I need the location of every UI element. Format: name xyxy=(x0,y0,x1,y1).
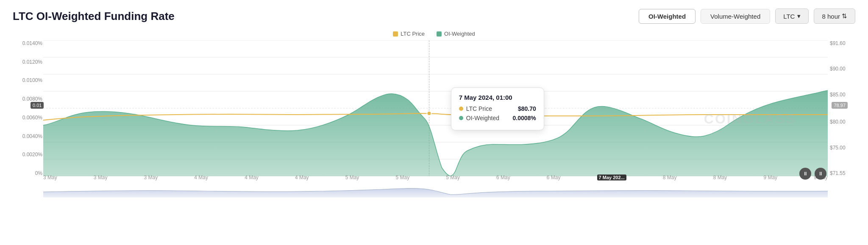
main-chart-svg xyxy=(43,40,828,176)
tab-volume-weighted[interactable]: Volume-Weighted xyxy=(701,9,770,24)
pause-button-2[interactable]: ⏸ xyxy=(815,168,826,180)
header: LTC OI-Weighted Funding Rate OI-Weighted… xyxy=(13,8,855,24)
left-price-badge: 0.01 xyxy=(31,102,44,109)
legend-ltc-price: LTC Price xyxy=(393,31,425,37)
tooltip-row-ltc: LTC Price $80.70 xyxy=(459,105,536,112)
x-axis: 3 May 3 May 3 May 4 May 4 May 4 May 5 Ma… xyxy=(43,175,828,180)
tooltip-title: 7 May 2024, 01:00 xyxy=(459,94,536,101)
tooltip-row-oi: OI-Weighted 0.0008% xyxy=(459,115,536,121)
tooltip-oi-dot xyxy=(459,116,463,120)
playback-controls: ⏸ ⏸ xyxy=(799,168,826,180)
controls: OI-Weighted Volume-Weighted LTC ▾ 8 hour… xyxy=(639,8,855,24)
legend-oi-weighted-dot xyxy=(437,31,442,37)
right-price-badge: 78.97 xyxy=(832,102,848,109)
tab-oi-weighted[interactable]: OI-Weighted xyxy=(639,9,696,24)
mini-navigator-chart[interactable] xyxy=(43,183,828,197)
chart-tooltip: 7 May 2024, 01:00 LTC Price $80.70 OI-We… xyxy=(451,87,544,130)
main-container: LTC OI-Weighted Funding Rate OI-Weighted… xyxy=(0,0,868,245)
chart-area: LTC Price OI-Weighted 0.0140% 0.0120% 0.… xyxy=(13,31,855,213)
legend: LTC Price OI-Weighted xyxy=(13,31,855,37)
chart-wrapper: 0.0140% 0.0120% 0.0100% 0.0080% 0.0060% … xyxy=(13,40,855,197)
tooltip-ltc-dot xyxy=(459,107,463,111)
legend-oi-weighted: OI-Weighted xyxy=(437,31,475,37)
asset-selector[interactable]: LTC ▾ xyxy=(775,8,809,24)
legend-ltc-price-dot xyxy=(393,31,398,37)
pause-button-1[interactable]: ⏸ xyxy=(799,168,811,180)
svg-point-10 xyxy=(427,111,431,115)
tooltip-label-ltc: LTC Price xyxy=(459,105,492,112)
page-title: LTC OI-Weighted Funding Rate xyxy=(13,10,175,23)
tooltip-label-oi: OI-Weighted xyxy=(459,115,499,121)
interval-selector[interactable]: 8 hour ⇅ xyxy=(814,8,855,24)
sort-icon: ⇅ xyxy=(842,12,847,20)
chevron-down-icon: ▾ xyxy=(797,12,801,20)
